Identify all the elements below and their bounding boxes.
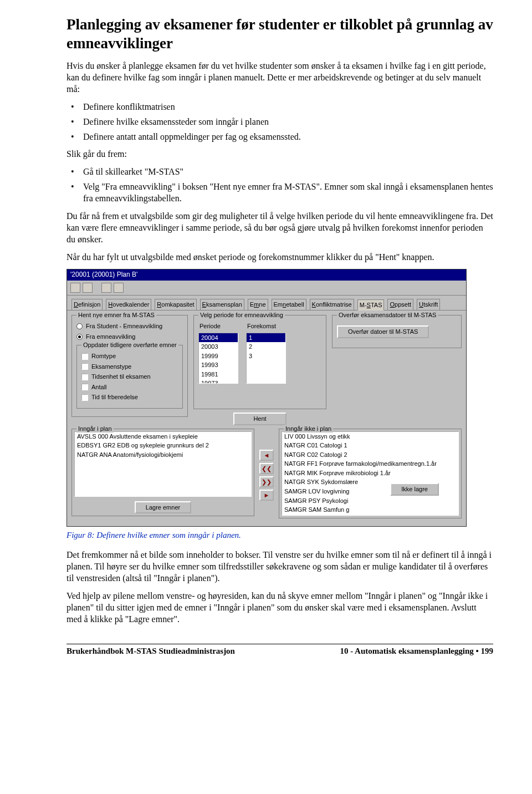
overfor-button[interactable]: Overfør datoer til M-STAS <box>337 325 429 338</box>
radio-label: Fra emneavvikling <box>86 333 135 341</box>
oppdater-group: Oppdater tidligere overførte emner Romty… <box>76 345 183 409</box>
check-label: Tidsenhet til eksamen <box>91 373 151 381</box>
in-plan-group: Inngår i plan AVSLS 000 Avsluttende eksa… <box>71 429 254 517</box>
toolbar-button[interactable] <box>114 283 124 293</box>
lagre-emner-button[interactable]: Lagre emner <box>135 501 191 514</box>
move-left-icon[interactable]: ◄ <box>259 450 274 461</box>
body-paragraph: Det fremkommer nå et bilde som inneholde… <box>66 549 493 584</box>
list-item: Definere antatt antall oppmeldinger per … <box>66 131 493 142</box>
check-tidsenhet[interactable]: Tidsenhet til eksamen <box>81 373 178 381</box>
toolbar-button[interactable] <box>70 283 80 293</box>
velg-periode-group: Velg periode for emneavvikling Periode 2… <box>193 315 326 409</box>
hent-button[interactable]: Hent <box>233 413 286 425</box>
footer-left: Brukerhåndbok M-STAS Studieadministrasjo… <box>66 646 235 657</box>
intro-paragraph: Hvis du ønsker å planlegge eksamen før d… <box>66 60 493 95</box>
in-plan-listbox[interactable]: AVSLS 000 Avsluttende eksamen i sykeplei… <box>74 431 252 497</box>
check-eksamenstype[interactable]: Eksamenstype <box>81 363 178 371</box>
ikke-lagre-button[interactable]: Ikke lagre <box>390 483 439 496</box>
move-all-left-icon[interactable]: ❮❮ <box>259 463 274 474</box>
check-romtype[interactable]: Romtype <box>81 352 178 360</box>
list-item[interactable]: NATGR C02 Catologi 2 <box>282 450 458 460</box>
checkbox-icon <box>81 363 88 370</box>
list-item[interactable]: AVSLS 000 Avsluttende eksamen i sykeplei… <box>75 432 251 441</box>
list-item[interactable]: 3 <box>247 352 285 361</box>
steps-intro: Slik går du frem: <box>66 148 493 160</box>
check-tid-forberedelse[interactable]: Tid til frberedelse <box>81 393 178 401</box>
check-antall[interactable]: Antall <box>81 383 178 391</box>
tab-mstas[interactable]: M-STAS <box>357 299 385 311</box>
move-right-icon[interactable]: ► <box>259 490 274 501</box>
check-label: Romtype <box>91 352 116 360</box>
radio-fra-student[interactable]: Fra Student - Emneavvikling <box>76 322 183 330</box>
forekomst-listbox[interactable]: 1 2 3 <box>246 333 286 384</box>
list-item[interactable]: 19999 <box>199 352 238 361</box>
tab-emne[interactable]: Emne <box>248 299 268 311</box>
tab-eksamensplan[interactable]: Eksamensplan <box>200 299 244 311</box>
periode-listbox[interactable]: 20004 20003 19999 19993 19981 19973 <box>198 333 238 384</box>
body-paragraph: Ved hjelp av pilene mellom venstre- og h… <box>66 590 493 625</box>
steps-list: Gå til skillearket "M-STAS" Velg "Fra em… <box>66 166 493 204</box>
radio-label: Fra Student - Emneavvikling <box>86 322 162 330</box>
periode-label: Periode <box>200 322 238 330</box>
list-item[interactable]: 19981 <box>199 370 238 379</box>
tab-utskrift[interactable]: Utskrift <box>417 299 440 311</box>
footer-right: 10 - Automatisk eksamensplanlegging • 19… <box>340 646 493 657</box>
list-item[interactable]: NATGR C01 Catologi 1 <box>282 441 458 450</box>
list-item[interactable]: 20003 <box>199 342 238 352</box>
list-item[interactable]: SPLKU FS1 Forprøve <box>282 515 458 516</box>
list-item[interactable]: 1 <box>247 333 285 343</box>
radio-fra-emneavvikling[interactable]: Fra emneavvikling <box>76 333 183 341</box>
tab-hovedkalender[interactable]: Hovedkalender <box>106 299 151 311</box>
list-item[interactable]: 20004 <box>199 333 238 343</box>
list-item[interactable]: 2 <box>247 342 285 352</box>
list-item: Definere konfliktmatrisen <box>66 101 493 113</box>
checkbox-icon <box>81 374 88 380</box>
list-item[interactable]: EDBSY1 GR2 EDB og sykepleie grunnkurs de… <box>75 441 251 450</box>
list-item[interactable]: LIV 000 Livssyn og etikk <box>282 432 458 441</box>
hent-nye-emner-group: Hent nye emner fra M-STAS Fra Student - … <box>71 315 188 417</box>
not-in-plan-listbox[interactable]: LIV 000 Livssyn og etikk NATGR C01 Catol… <box>282 431 459 516</box>
checkbox-icon <box>81 394 88 401</box>
heading: Planlegging av eksamener før studenter e… <box>66 16 493 53</box>
list-item[interactable]: 19973 <box>199 379 238 383</box>
check-label: Antall <box>91 383 107 391</box>
page-footer: Brukerhåndbok M-STAS Studieadministrasjo… <box>66 646 493 657</box>
tab-panel: Hent nye emner fra M-STAS Fra Student - … <box>67 310 466 526</box>
group-title: Inngår ikke i plan <box>284 425 333 433</box>
tab-oppsett[interactable]: Oppsett <box>387 299 413 311</box>
check-label: Eksamenstype <box>91 363 131 371</box>
group-title: Hent nye emner fra M-STAS <box>76 311 156 319</box>
list-item[interactable]: 19993 <box>199 360 238 370</box>
requirements-list: Definere konfliktmatrisen Definere hvilk… <box>66 101 493 142</box>
body-paragraph: Når du har fylt ut utvalgsbilde med ønsk… <box>66 251 493 263</box>
list-item[interactable]: NATGR FF1 Forprøve farmakologi/medikamen… <box>282 459 458 469</box>
figure-caption: Figur 8: Definere hvilke emner som inngå… <box>66 530 493 541</box>
list-item: Velg "Fra emneavvikling" i boksen "Hent … <box>66 181 493 204</box>
toolbar <box>67 281 466 296</box>
group-title: Overfør eksamensdatoer til M-STAS <box>337 311 438 319</box>
toolbar-button[interactable] <box>101 283 111 293</box>
list-item[interactable]: SAMGR PSY Psykologi <box>282 496 458 506</box>
group-title: Velg periode for emneavvikling <box>198 311 285 319</box>
check-label: Tid til frberedelse <box>91 393 138 401</box>
tab-emnetabell[interactable]: Emnetabell <box>272 299 306 311</box>
tab-definisjon[interactable]: Definisjon <box>71 299 103 311</box>
group-title: Inngår i plan <box>76 425 114 433</box>
footer-rule <box>66 644 493 644</box>
overfor-group: Overfør eksamensdatoer til M-STAS Overfø… <box>332 315 462 348</box>
not-in-plan-group: Inngår ikke i plan LIV 000 Livssyn og et… <box>279 429 462 518</box>
window-title: '20001 (20001) Plan B' <box>67 269 466 281</box>
radio-icon <box>76 334 83 340</box>
forekomst-label: Forekomst <box>247 322 286 330</box>
toolbar-button[interactable] <box>83 283 93 293</box>
list-item: Gå til skillearket "M-STAS" <box>66 166 493 177</box>
list-item[interactable]: NATGR MIK Forprøve mikrobiologi 1.år <box>282 469 458 478</box>
tab-konfliktmatrise[interactable]: Konfliktmatrise <box>310 299 354 311</box>
app-screenshot: '20001 (20001) Plan B' Definisjon Hovedk… <box>66 269 467 527</box>
checkbox-icon <box>81 353 88 360</box>
move-all-right-icon[interactable]: ❯❯ <box>259 476 274 487</box>
checkbox-icon <box>81 384 88 390</box>
list-item[interactable]: SAMGR SAM Samfun g <box>282 505 458 515</box>
tab-romkapasitet[interactable]: Romkapasitet <box>155 299 196 311</box>
list-item[interactable]: NATGR ANA Anatomi/fysiologi/biokjemi <box>75 450 251 460</box>
